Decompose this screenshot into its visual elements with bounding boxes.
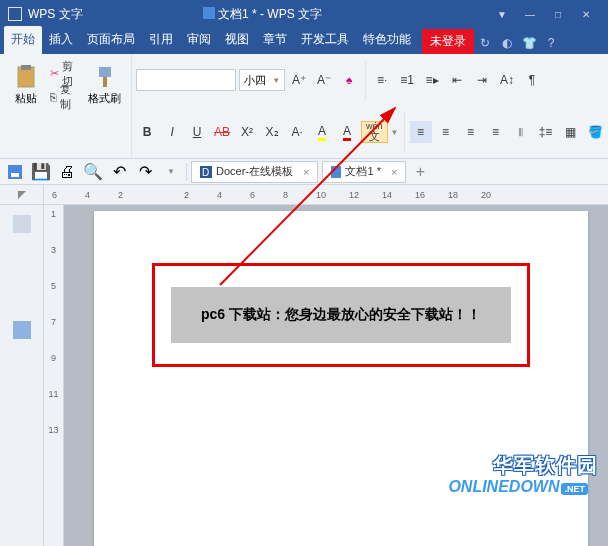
font-color-button[interactable]: A — [336, 121, 358, 143]
nav-icon[interactable] — [13, 215, 31, 233]
menu-devtools[interactable]: 开发工具 — [294, 26, 356, 54]
highlight-button[interactable]: A — [311, 121, 333, 143]
vertical-ruler[interactable]: 135791113 — [44, 205, 64, 546]
undo-button[interactable]: ↶ — [108, 161, 130, 183]
line-spacing-button[interactable]: ‡≡ — [535, 121, 557, 143]
login-button[interactable]: 未登录 — [422, 29, 474, 54]
shading-button[interactable]: ▦ — [560, 121, 582, 143]
close-button[interactable]: ✕ — [572, 3, 600, 25]
app-name: WPS 文字 — [28, 6, 83, 23]
align-right-button[interactable]: ≡ — [460, 121, 482, 143]
qat-dropdown[interactable]: ▼ — [160, 161, 182, 183]
help-icon[interactable]: ? — [540, 32, 562, 54]
bold-button[interactable]: B — [136, 121, 158, 143]
menu-reference[interactable]: 引用 — [142, 26, 180, 54]
numbering-button[interactable]: ≡1 — [396, 69, 418, 91]
close-icon[interactable]: × — [391, 166, 397, 178]
svg-text:D: D — [202, 167, 209, 178]
increase-indent-button[interactable]: ⇥ — [471, 69, 493, 91]
titlebar: WPS 文字 文档1 * - WPS 文字 ▼ — □ ✕ — [0, 0, 608, 28]
strike-button[interactable]: AB — [211, 121, 233, 143]
font-effect-button[interactable]: A· — [286, 121, 308, 143]
quick-access-toolbar: 💾 🖨 🔍 ↶ ↷ ▼ DDocer-在线模板× 文档1 *× + — [0, 159, 608, 185]
svg-rect-2 — [21, 65, 31, 70]
save-button[interactable] — [4, 161, 26, 183]
logo-text-cn: 华军软件园 — [493, 452, 598, 479]
ruler-corner[interactable] — [0, 185, 44, 204]
font-family-select[interactable] — [136, 69, 236, 91]
save-as-button[interactable]: 💾 — [30, 161, 52, 183]
skin-icon[interactable]: ◐ — [496, 32, 518, 54]
watermark-logo: 华军软件园 ONLINEDOWN.NET — [428, 452, 598, 512]
shirt-icon[interactable]: 👕 — [518, 32, 540, 54]
nav-pane — [0, 205, 44, 546]
svg-rect-4 — [103, 77, 107, 87]
distribute-button[interactable]: ⫴ — [510, 121, 532, 143]
doc-title-text: 文档1 * - WPS 文字 — [218, 7, 322, 21]
decrease-indent-button[interactable]: ⇤ — [446, 69, 468, 91]
brush-icon — [93, 65, 117, 89]
paste-icon — [14, 65, 38, 89]
copy-button[interactable]: ⎘ 复制 — [47, 86, 83, 108]
ribbon: 粘贴 ✂ 剪切 ⎘ 复制 格式刷 小四▼ A⁺ A⁻ ♠ ≡· ≡1 ≡▸ ⇤ … — [0, 54, 608, 159]
doc-icon — [203, 7, 215, 19]
svg-rect-0 — [203, 7, 215, 19]
shrink-font-button[interactable]: A⁻ — [313, 69, 335, 91]
menu-chapter[interactable]: 章节 — [256, 26, 294, 54]
superscript-button[interactable]: X² — [236, 121, 258, 143]
italic-button[interactable]: I — [161, 121, 183, 143]
paste-button[interactable]: 粘贴 — [8, 60, 44, 110]
horizontal-ruler: 6422468101214161820 — [0, 185, 608, 205]
fill-button[interactable]: 🪣 — [585, 121, 607, 143]
text-direction-button[interactable]: A↕ — [496, 69, 518, 91]
nav-icon[interactable] — [13, 321, 31, 339]
ruler-marks[interactable]: 6422468101214161820 — [44, 185, 608, 204]
tab-document[interactable]: 文档1 *× — [322, 161, 406, 183]
maximize-button[interactable]: □ — [544, 3, 572, 25]
highlight-box: pc6 下载站：您身边最放心的安全下载站！！ — [152, 263, 530, 367]
underline-button[interactable]: U — [186, 121, 208, 143]
align-left-button[interactable]: ≡ — [410, 121, 432, 143]
logo-text-en: ONLINEDOWN.NET — [448, 478, 588, 496]
svg-rect-9 — [331, 166, 341, 178]
bullets-button[interactable]: ≡· — [371, 69, 393, 91]
subscript-button[interactable]: X₂ — [261, 121, 283, 143]
format-painter-button[interactable]: 格式刷 — [87, 60, 123, 110]
app-icon — [8, 7, 22, 21]
menu-layout[interactable]: 页面布局 — [80, 26, 142, 54]
svg-rect-6 — [11, 173, 19, 177]
minimize-button[interactable]: — — [516, 3, 544, 25]
grow-font-button[interactable]: A⁺ — [288, 69, 310, 91]
tab-docer[interactable]: DDocer-在线模板× — [191, 161, 318, 183]
dropdown-icon[interactable]: ▼ — [488, 3, 516, 25]
print-preview-button[interactable]: 🔍 — [82, 161, 104, 183]
print-button[interactable]: 🖨 — [56, 161, 78, 183]
align-center-button[interactable]: ≡ — [435, 121, 457, 143]
close-icon[interactable]: × — [303, 166, 309, 178]
document-text[interactable]: pc6 下载站：您身边最放心的安全下载站！！ — [171, 287, 511, 343]
doc-title: 文档1 * - WPS 文字 — [203, 6, 322, 23]
menu-review[interactable]: 审阅 — [180, 26, 218, 54]
clear-format-button[interactable]: ♠ — [338, 69, 360, 91]
menu-insert[interactable]: 插入 — [42, 26, 80, 54]
show-marks-button[interactable]: ¶ — [521, 69, 543, 91]
clipboard-group: 粘贴 ✂ 剪切 ⎘ 复制 格式刷 — [0, 54, 132, 158]
multilevel-button[interactable]: ≡▸ — [421, 69, 443, 91]
align-justify-button[interactable]: ≡ — [485, 121, 507, 143]
format-painter-label: 格式刷 — [88, 91, 121, 106]
font-size-select[interactable]: 小四▼ — [239, 69, 285, 91]
paste-label: 粘贴 — [15, 91, 37, 106]
sync-icon[interactable]: ↻ — [474, 32, 496, 54]
new-tab-button[interactable]: + — [410, 162, 430, 182]
menubar: 开始 插入 页面布局 引用 审阅 视图 章节 开发工具 特色功能 未登录 ↻ ◐… — [0, 28, 608, 54]
redo-button[interactable]: ↷ — [134, 161, 156, 183]
menu-start[interactable]: 开始 — [4, 26, 42, 54]
svg-rect-3 — [99, 67, 111, 77]
menu-features[interactable]: 特色功能 — [356, 26, 418, 54]
pinyin-guide-button[interactable]: wén 文 — [361, 121, 388, 143]
menu-view[interactable]: 视图 — [218, 26, 256, 54]
hanzi-label: 文 — [369, 131, 380, 142]
